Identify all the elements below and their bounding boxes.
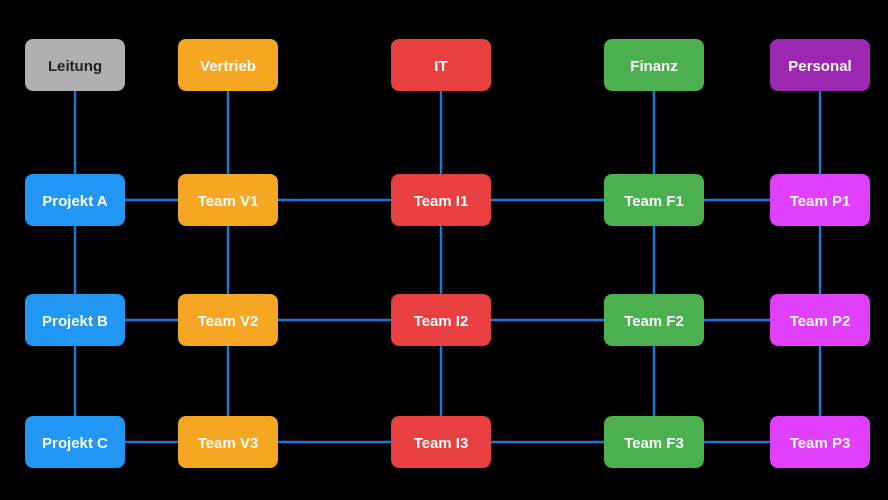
chart-container: LeitungVertriebITFinanzPersonalProjekt A… (0, 0, 888, 500)
node-teamV1[interactable]: Team V1 (178, 174, 278, 226)
node-leitung[interactable]: Leitung (25, 39, 125, 91)
node-teamI2[interactable]: Team I2 (391, 294, 491, 346)
node-teamF3[interactable]: Team F3 (604, 416, 704, 468)
node-personal[interactable]: Personal (770, 39, 870, 91)
node-teamP3[interactable]: Team P3 (770, 416, 870, 468)
node-teamV2[interactable]: Team V2 (178, 294, 278, 346)
node-it[interactable]: IT (391, 39, 491, 91)
node-projektB[interactable]: Projekt B (25, 294, 125, 346)
node-teamF1[interactable]: Team F1 (604, 174, 704, 226)
node-teamV3[interactable]: Team V3 (178, 416, 278, 468)
node-teamI3[interactable]: Team I3 (391, 416, 491, 468)
node-projektA[interactable]: Projekt A (25, 174, 125, 226)
node-teamP2[interactable]: Team P2 (770, 294, 870, 346)
node-finanz[interactable]: Finanz (604, 39, 704, 91)
node-projektC[interactable]: Projekt C (25, 416, 125, 468)
node-vertrieb[interactable]: Vertrieb (178, 39, 278, 91)
node-teamI1[interactable]: Team I1 (391, 174, 491, 226)
node-teamF2[interactable]: Team F2 (604, 294, 704, 346)
node-teamP1[interactable]: Team P1 (770, 174, 870, 226)
